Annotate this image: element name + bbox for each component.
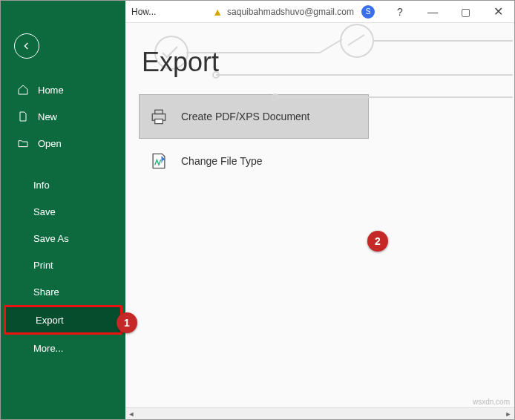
- warning-icon: ▲: [212, 6, 223, 18]
- content-area: Export Create PDF/XPS Document Change Fi…: [125, 23, 514, 419]
- sidebar-item-label: Info: [33, 180, 50, 191]
- page-title: Export: [142, 47, 514, 78]
- change-file-type-icon: [148, 151, 169, 171]
- help-button[interactable]: ?: [384, 1, 416, 23]
- horizontal-scrollbar[interactable]: ◄ ►: [125, 407, 514, 419]
- option-label: Create PDF/XPS Document: [181, 111, 310, 122]
- sidebar-item-label: Export: [36, 315, 64, 326]
- avatar[interactable]: S: [361, 5, 375, 19]
- minimize-button[interactable]: —: [416, 1, 449, 23]
- annotation-callout-2: 2: [367, 231, 388, 252]
- arrow-left-icon: [21, 40, 33, 52]
- sidebar-item-label: Print: [33, 260, 53, 271]
- sidebar-item-print[interactable]: Print: [1, 252, 125, 278]
- home-icon: [17, 84, 29, 96]
- sidebar-item-share[interactable]: Share: [1, 278, 125, 305]
- title-bar: How... ▲ saquibahmadshuvo@gmail.com S ? …: [1, 1, 514, 23]
- sidebar-item-info[interactable]: Info: [1, 171, 125, 198]
- sidebar-item-label: More...: [33, 343, 63, 354]
- sidebar-item-new[interactable]: New: [1, 103, 125, 130]
- sidebar-item-home[interactable]: Home: [1, 76, 125, 103]
- title-bar-accent: [1, 1, 125, 23]
- sidebar-item-save[interactable]: Save: [1, 198, 125, 225]
- printer-icon: [148, 106, 169, 127]
- background-circuit-icon: [125, 23, 514, 419]
- option-label: Change File Type: [181, 155, 262, 167]
- annotation-callout-1: 1: [117, 312, 137, 333]
- sidebar-item-label: Save As: [33, 233, 69, 244]
- svg-rect-6: [155, 119, 163, 124]
- svg-rect-5: [155, 110, 163, 114]
- sidebar-item-label: Open: [38, 138, 62, 149]
- sidebar-item-label: New: [38, 111, 57, 122]
- backstage-sidebar: Home New Open Info Save Save As Print Sh…: [1, 23, 125, 419]
- account-area[interactable]: ▲ saquibahmadshuvo@gmail.com S: [212, 5, 375, 19]
- document-title: How...: [125, 7, 156, 17]
- back-button[interactable]: [14, 33, 39, 59]
- sidebar-item-more[interactable]: More...: [1, 335, 125, 361]
- option-change-file-type[interactable]: Change File Type: [139, 139, 369, 183]
- sidebar-item-label: Home: [38, 85, 64, 96]
- close-button[interactable]: ✕: [482, 1, 514, 23]
- sidebar-item-export[interactable]: Export: [4, 305, 122, 335]
- scroll-right-icon[interactable]: ►: [502, 408, 514, 420]
- file-icon: [17, 111, 29, 122]
- sidebar-item-label: Save: [33, 206, 56, 217]
- sidebar-item-label: Share: [33, 286, 59, 298]
- scroll-left-icon[interactable]: ◄: [125, 408, 137, 420]
- account-email: saquibahmadshuvo@gmail.com: [227, 7, 354, 17]
- folder-open-icon: [17, 137, 29, 149]
- option-create-pdf-xps[interactable]: Create PDF/XPS Document: [139, 94, 369, 139]
- restore-button[interactable]: ▢: [449, 1, 482, 23]
- sidebar-item-open[interactable]: Open: [1, 130, 125, 157]
- sidebar-item-save-as[interactable]: Save As: [1, 225, 125, 252]
- watermark: wsxdn.com: [473, 398, 510, 406]
